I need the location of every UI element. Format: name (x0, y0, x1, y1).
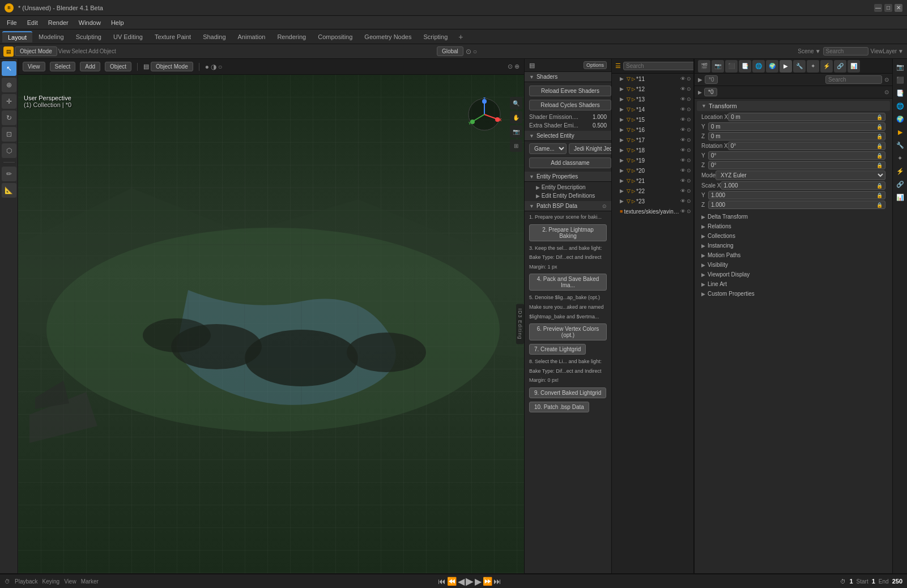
rotate-tool[interactable]: ↻ (2, 110, 16, 125)
scene-search[interactable] (823, 47, 868, 56)
loc-x-value[interactable]: 0 m 🔒 (728, 113, 885, 121)
props-search[interactable] (825, 75, 882, 84)
menu-window[interactable]: Window (74, 18, 105, 27)
tree-item-11[interactable]: ▽ ▷ *11 👁 ⊙ (612, 74, 693, 84)
next-keyframe-button[interactable]: ▶ (475, 576, 482, 587)
patch-bsp-header[interactable]: Patch BSP Data ⊙ (525, 201, 611, 211)
step10-button[interactable]: 10. Patch .bsp Data (529, 402, 589, 412)
instancing-section[interactable]: Instancing (697, 241, 890, 250)
menu-edit[interactable]: Edit (23, 18, 42, 27)
viewlayer-icon[interactable]: ▼ (898, 48, 904, 54)
props-tab-world[interactable]: 🌍 (766, 60, 778, 73)
tab-scripting[interactable]: Scripting (418, 32, 453, 42)
ri-scene[interactable]: 🌐 (895, 100, 906, 112)
view-menu-tl[interactable]: View (64, 578, 76, 585)
loc-y-lock[interactable]: 🔒 (876, 124, 883, 130)
jump-start-button[interactable]: ⏮ (438, 577, 446, 586)
camera-12[interactable]: ⊙ (687, 86, 691, 92)
camera-19[interactable]: ⊙ (687, 157, 691, 163)
extra-shader-value[interactable]: 0.500 (593, 122, 607, 129)
ri-physics[interactable]: ⚡ (895, 165, 906, 177)
tree-item-16[interactable]: ▽ ▷ *16 👁 ⊙ (612, 125, 693, 135)
rot-x-value[interactable]: 0° 🔒 (728, 142, 885, 150)
vp-hand[interactable]: ✋ (510, 111, 522, 123)
tree-item-19[interactable]: ▽ ▷ *19 👁 ⊙ (612, 155, 693, 165)
tree-item-18[interactable]: ▽ ▷ *18 👁 ⊙ (612, 145, 693, 155)
next-frame-button[interactable]: ⏩ (483, 577, 492, 586)
eye-19[interactable]: 👁 (680, 157, 685, 163)
minimize-button[interactable]: — (874, 4, 882, 12)
menu-render[interactable]: Render (44, 18, 73, 27)
eye-13[interactable]: 👁 (680, 96, 685, 102)
props-tab-physics[interactable]: ⚡ (820, 60, 833, 73)
tree-item-17[interactable]: ▽ ▷ *17 👁 ⊙ (612, 135, 693, 145)
camera-23[interactable]: ⊙ (687, 198, 691, 204)
menu-help[interactable]: Help (107, 18, 129, 27)
ri-modifier[interactable]: 🔧 (895, 139, 906, 151)
prev-keyframe-button[interactable]: ◀ (458, 576, 465, 587)
end-frame-value[interactable]: 250 (892, 578, 902, 585)
scale-tool[interactable]: ⊡ (2, 127, 16, 142)
gizmo-icon[interactable]: ⊕ (514, 63, 519, 70)
camera-16[interactable]: ⊙ (687, 127, 691, 133)
active-object-label[interactable]: *0 (705, 75, 718, 84)
tree-item-15[interactable]: ▽ ▷ *15 👁 ⊙ (612, 114, 693, 125)
shading-rendered-icon[interactable]: ○ (218, 63, 222, 71)
scale-z-value[interactable]: 1.000 🔒 (708, 201, 885, 209)
camera-18[interactable]: ⊙ (687, 147, 691, 153)
eye-16[interactable]: 👁 (680, 127, 685, 133)
jump-end-button[interactable]: ⏭ (493, 577, 501, 586)
timeline-icon[interactable]: ⏱ (5, 578, 10, 585)
sub-obj-icon[interactable]: ⊙ (884, 89, 889, 95)
scene-icon[interactable]: ▼ (815, 48, 821, 54)
props-tab-modifier[interactable]: 🔧 (793, 60, 806, 73)
props-tab-constraints[interactable]: 🔗 (834, 60, 846, 73)
tree-item-21[interactable]: ▽ ▷ *21 👁 ⊙ (612, 176, 693, 186)
game-select[interactable]: Game... (529, 143, 567, 154)
viewport[interactable]: View Select Add Object ▤ Object Mode ● ◑… (18, 59, 524, 573)
tree-item-20[interactable]: ▽ ▷ *20 👁 ⊙ (612, 165, 693, 176)
camera-14[interactable]: ⊙ (687, 106, 691, 112)
shaders-section-header[interactable]: Shaders (525, 72, 611, 82)
collections-section[interactable]: Collections (697, 231, 890, 241)
props-tab-data[interactable]: 📊 (848, 60, 860, 73)
bsp-options-icon[interactable]: ⊙ (602, 203, 607, 209)
step7-button[interactable]: 7. Create Lightgrid (529, 344, 586, 355)
reload-cycles-button[interactable]: Reload Cycles Shaders (529, 100, 611, 110)
tree-item-14[interactable]: ▽ ▷ *14 👁 ⊙ (612, 104, 693, 114)
annotate-tool[interactable]: ✏ (2, 167, 16, 181)
eye-12[interactable]: 👁 (680, 86, 685, 92)
props-tab-particles[interactable]: ✦ (807, 60, 819, 73)
rot-z-lock[interactable]: 🔒 (876, 163, 883, 168)
scale-x-value[interactable]: 1.000 🔒 (721, 181, 885, 190)
viewport-object-menu[interactable]: Object (105, 62, 131, 71)
loc-z-value[interactable]: 0 m 🔒 (708, 132, 885, 140)
outliner-search[interactable] (623, 62, 694, 70)
scale-y-value[interactable]: 1.000 🔒 (708, 191, 885, 199)
viewport-mode-selector[interactable]: Object Mode (151, 62, 193, 71)
rot-x-lock[interactable]: 🔒 (876, 143, 883, 149)
tab-compositing[interactable]: Compositing (312, 32, 358, 42)
tab-texture-paint[interactable]: Texture Paint (149, 32, 197, 42)
entity-description-item[interactable]: Entity Description (525, 183, 611, 191)
rot-z-value[interactable]: 0° 🔒 (708, 161, 885, 169)
tab-shading[interactable]: Shading (197, 32, 231, 42)
step2-button[interactable]: 2. Prepare Lightmap Baking (529, 224, 607, 241)
tree-item-23[interactable]: ▽ ▷ *23 👁 ⊙ (612, 196, 693, 206)
tree-item-12[interactable]: ▽ ▷ *12 👁 ⊙ (612, 84, 693, 94)
tree-item-13[interactable]: ▽ ▷ *13 👁 ⊙ (612, 94, 693, 104)
jedi-knight-select[interactable]: Jedi Knight Jedi A... (569, 143, 611, 154)
step6-button[interactable]: 6. Preview Vertex Colors (opt.) (529, 323, 607, 340)
props-tab-view-layer[interactable]: 📑 (739, 60, 751, 73)
scale-z-lock[interactable]: 🔒 (876, 202, 883, 208)
add-menu[interactable]: Add (88, 48, 99, 54)
props-filter-icon[interactable]: ⊙ (884, 76, 889, 83)
transform-tool[interactable]: ⬡ (2, 143, 16, 158)
start-frame-value[interactable]: 1 (872, 578, 875, 585)
loc-y-value[interactable]: 0 m 🔒 (708, 122, 885, 131)
viewport-view-menu[interactable]: View (23, 62, 45, 71)
sub-object-label[interactable]: *0 (704, 88, 717, 96)
tree-item-22[interactable]: ▽ ▷ *22 👁 ⊙ (612, 186, 693, 196)
viewport-select-menu[interactable]: Select (50, 62, 76, 71)
ri-world[interactable]: 🌍 (895, 113, 906, 125)
